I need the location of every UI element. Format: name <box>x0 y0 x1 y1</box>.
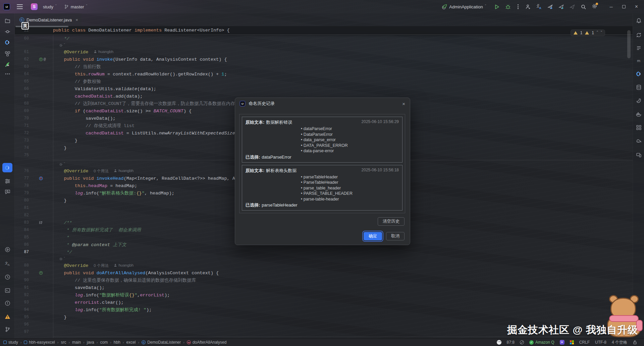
warnings-icon[interactable] <box>2 312 12 321</box>
line-number[interactable]: 66 <box>15 86 38 91</box>
indent-widget[interactable]: 4 个空格 <box>612 340 627 345</box>
run-configuration[interactable]: AdminApplication ˇ <box>441 4 486 10</box>
maven-icon[interactable]: m <box>634 56 644 65</box>
device-manager-icon[interactable] <box>634 150 644 160</box>
history-icon[interactable] <box>2 272 12 282</box>
line-number[interactable]: 97 <box>15 330 38 334</box>
translation-icon[interactable]: 文A <box>2 259 12 268</box>
line-number[interactable]: 74 <box>15 146 38 150</box>
line-number[interactable]: 92 <box>15 293 38 297</box>
line-number[interactable]: 85 <box>15 235 38 240</box>
line-number[interactable]: 82 <box>15 213 38 218</box>
breadcrumb-item[interactable]: java <box>87 340 94 345</box>
chevron-down-icon[interactable]: ˇ <box>601 31 602 35</box>
project-folder-icon[interactable] <box>2 16 12 25</box>
ok-button[interactable]: 确定 <box>364 232 382 240</box>
search-everywhere-icon[interactable] <box>581 4 586 10</box>
structure-icon[interactable] <box>2 49 12 58</box>
main-menu-icon[interactable] <box>17 4 23 9</box>
caret-position-widget[interactable]: 87:8 <box>507 340 515 345</box>
find-icon[interactable] <box>2 187 12 196</box>
author-annotation[interactable]: huangbh <box>114 263 133 267</box>
dialog-close-icon[interactable]: × <box>402 101 405 107</box>
line-number[interactable]: 90 <box>15 278 38 283</box>
microsoft-icon[interactable] <box>570 340 574 344</box>
line-number[interactable]: 83 <box>15 220 38 225</box>
rocket-run-icon[interactable] <box>558 4 564 10</box>
dialog-title-bar[interactable]: IJ 命名历史记录 × <box>235 98 410 109</box>
breadcrumb-item[interactable]: src <box>61 340 66 345</box>
line-number[interactable]: 89 <box>15 271 38 275</box>
maximize-button[interactable] <box>622 5 626 8</box>
line-number[interactable]: 87 <box>15 250 38 254</box>
line-number[interactable]: 95 <box>15 315 38 320</box>
line-number[interactable]: 88 <box>15 263 38 268</box>
debug-button[interactable] <box>505 4 511 10</box>
line-number[interactable]: 72 <box>15 131 38 135</box>
branch-selector[interactable]: master ˇ <box>62 3 89 11</box>
plugin-blue-icon[interactable] <box>634 69 644 78</box>
cancel-button[interactable]: 取消 <box>386 232 405 240</box>
encoding-widget[interactable]: UTF-8 <box>595 340 606 345</box>
clear-history-button[interactable]: 清空历史 <box>378 217 405 226</box>
more-actions-icon[interactable] <box>516 4 520 9</box>
author-annotation[interactable]: huangbh <box>114 169 133 173</box>
line-number[interactable]: 65 <box>15 79 38 84</box>
more-tool-windows-icon[interactable] <box>2 69 12 78</box>
database-icon[interactable] <box>634 82 644 92</box>
docker-icon[interactable] <box>634 109 644 119</box>
line-number[interactable]: 86 <box>15 242 38 247</box>
breadcrumb-item[interactable]: CDemoDataListener <box>142 340 181 345</box>
services-icon[interactable] <box>2 245 12 254</box>
line-number[interactable]: 70 <box>15 116 38 121</box>
notifications-bell-icon[interactable] <box>634 15 644 25</box>
minimize-button[interactable]: ─ <box>609 4 612 9</box>
todo-icon[interactable] <box>2 176 12 186</box>
line-number[interactable]: 67 <box>15 94 38 99</box>
tab-close-icon[interactable]: × <box>75 17 78 22</box>
settings-sync-icon[interactable] <box>634 30 644 40</box>
chevron-up-icon[interactable]: ˆ <box>597 31 598 35</box>
terminal-icon[interactable] <box>2 286 12 295</box>
codeium-chat-icon[interactable] <box>2 163 12 172</box>
line-number[interactable]: 64 <box>15 72 38 76</box>
bookmarks-icon[interactable] <box>634 44 644 53</box>
dependencies-icon[interactable] <box>634 123 644 132</box>
problems-icon[interactable] <box>2 298 12 308</box>
rocket-ai-icon[interactable] <box>547 4 553 10</box>
line-separator-widget[interactable]: CRLF <box>579 340 590 345</box>
breadcrumb-item[interactable]: excel <box>126 340 136 345</box>
author-annotation[interactable]: huangbh <box>94 50 113 54</box>
gradle-icon[interactable] <box>634 96 644 105</box>
line-number[interactable]: 84 <box>15 228 38 232</box>
code-vision-inlay[interactable]: ˇ <box>15 256 633 262</box>
line-number[interactable]: 93 <box>15 300 38 305</box>
gutter-icons[interactable]: @ <box>38 57 53 61</box>
commit-icon[interactable] <box>2 27 12 36</box>
line-number[interactable]: 91 <box>15 285 38 290</box>
codeium-icon[interactable] <box>2 38 12 47</box>
code-vision-inlay[interactable]: ˇ <box>15 42 633 48</box>
run-button[interactable] <box>494 4 500 10</box>
line-number[interactable]: 62 <box>15 57 38 62</box>
lock-icon[interactable] <box>633 340 637 345</box>
translate-icon[interactable]: 文A <box>536 4 542 10</box>
line-number[interactable]: 76 <box>15 169 38 173</box>
line-number[interactable]: 75 <box>15 153 38 158</box>
project-selector[interactable]: study ˇ <box>41 3 59 11</box>
breadcrumb-item[interactable]: study <box>3 340 18 345</box>
line-number[interactable]: 77 <box>15 176 38 181</box>
line-number[interactable]: 68 <box>15 101 38 106</box>
git-icon[interactable] <box>2 325 12 334</box>
line-number[interactable]: 80 <box>15 198 38 203</box>
line-number[interactable]: 61 <box>15 50 38 54</box>
editor-scrollbar[interactable] <box>627 30 631 58</box>
line-number[interactable]: 73 <box>15 138 38 143</box>
add-collaborator-icon[interactable] <box>525 4 531 10</box>
line-number[interactable]: 78 <box>15 183 38 188</box>
gutter-icons[interactable] <box>38 221 53 225</box>
line-number[interactable]: 71 <box>15 123 38 128</box>
settings-gear-icon[interactable] <box>592 3 597 10</box>
breadcrumb-item[interactable]: main <box>72 340 81 345</box>
line-number[interactable]: 81 <box>15 206 38 210</box>
